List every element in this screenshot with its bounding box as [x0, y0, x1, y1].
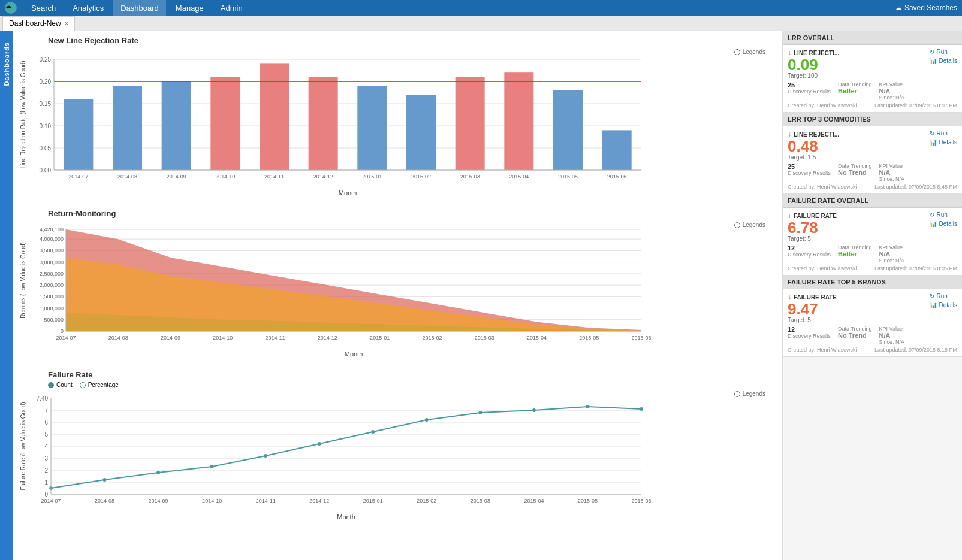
failure-overall-footer: Created by: Henri Wlasowski Last updated… — [788, 265, 957, 271]
failure-overall-label: FAILURE RATE — [794, 213, 837, 219]
failure-top5-kpi-header: ↓ FAILURE RATE 9.47 Target: 5 ↻ Run 📊 De… — [788, 293, 957, 323]
charts-area: New Line Rejection Rate Legends Return-M… — [13, 31, 782, 560]
lrr-top3-card: ↓ LINE REJECTI... 0.48 Target: 1.5 ↻ Run… — [783, 126, 962, 194]
nav-admin[interactable]: Admin — [213, 0, 250, 16]
lrr-overall-kpi-header: ↓ LINE REJECTI... 0.09 Target: 100 ↻ Run… — [788, 49, 957, 79]
lrr-overall-actions: ↻ Run 📊 Details — [930, 49, 957, 64]
failure-top5-label: FAILURE RATE — [794, 294, 837, 301]
failure-legend-percentage: Percentage — [80, 382, 119, 388]
failure-chart-title: Failure Rate — [18, 370, 777, 379]
lrr-overall-value: 0.09 — [788, 57, 839, 72]
lrr-top3-value: 0.48 — [788, 138, 839, 154]
nav-manage[interactable]: Manage — [168, 0, 211, 16]
cloud-icon: ☁ — [895, 4, 902, 12]
failure-legend-count: Count — [48, 382, 73, 388]
lrr-canvas — [18, 47, 653, 197]
chart-icon-4: 📊 — [930, 302, 937, 308]
lrr-top3-kpi: KPI Value N/A Since: N/A — [879, 163, 905, 182]
failure-top5-actions: ↻ Run 📊 Details — [930, 293, 957, 308]
failure-top5-header: FAILURE RATE TOP 5 BRANDS — [783, 276, 962, 289]
lrr-overall-card: ↓ LINE REJECTI... 0.09 Target: 100 ↻ Run… — [783, 45, 962, 113]
failure-overall-details-btn[interactable]: 📊 Details — [930, 220, 957, 227]
failure-overall-kpi-header: ↓ FAILURE RATE 6.78 Target: 5 ↻ Run 📊 De… — [788, 211, 957, 242]
refresh-icon: ↻ — [930, 49, 934, 55]
failure-chart-container: Failure Rate Count Percentage Legends — [18, 370, 777, 521]
lrr-overall-trending: Data Trending Better — [838, 81, 872, 101]
return-legend-dot — [734, 222, 740, 228]
lrr-top3-left: ↓ LINE REJECTI... 0.48 Target: 1.5 — [788, 130, 839, 161]
failure-overall-trending: Data Trending Better — [838, 244, 872, 264]
lrr-legend-dot — [734, 49, 740, 55]
lrr-top3-discovery: 25 Discovery Results — [788, 163, 831, 182]
return-chart-wrap: Legends — [18, 220, 777, 358]
count-dot — [48, 382, 54, 388]
sidebar-label[interactable]: Dashboards — [1, 37, 13, 91]
dashboard-tab[interactable]: Dashboard-New × — [2, 16, 75, 31]
tab-bar: Dashboard-New × — [0, 16, 962, 31]
lrr-chart-title: New Line Rejection Rate — [18, 36, 777, 45]
return-legend[interactable]: Legends — [734, 222, 765, 228]
lrr-top3-header: LRR TOP 3 COMMODITIES — [783, 113, 962, 126]
chart-icon-2: 📊 — [930, 139, 937, 146]
right-panel: LRR OVERALL ↓ LINE REJECTI... 0.09 Targe… — [782, 31, 962, 560]
lrr-top3-target: Target: 1.5 — [788, 154, 839, 161]
lrr-legend[interactable]: Legends — [734, 49, 765, 55]
return-chart-title: Return-Monitoring — [18, 209, 777, 218]
lrr-overall-footer: Created by: Henri Wlasowski Last updated… — [788, 102, 957, 108]
failure-top5-card: ↓ FAILURE RATE 9.47 Target: 5 ↻ Run 📊 De… — [783, 289, 962, 357]
failure-overall-meta: 12 Discovery Results Data Trending Bette… — [788, 244, 957, 264]
failure-overall-value: 6.78 — [788, 220, 837, 235]
lrr-overall-left: ↓ LINE REJECTI... 0.09 Target: 100 — [788, 49, 839, 79]
lrr-overall-label: LINE REJECTI... — [794, 50, 839, 56]
failure-top5-footer: Created by: Henri Wlasowski Last updated… — [788, 347, 957, 353]
refresh-icon-2: ↻ — [930, 130, 934, 137]
tab-close-button[interactable]: × — [65, 20, 68, 27]
lrr-top3-kpi-header: ↓ LINE REJECTI... 0.48 Target: 1.5 ↻ Run… — [788, 130, 957, 161]
nav-search[interactable]: Search — [24, 0, 63, 16]
lrr-top3-run-btn[interactable]: ↻ Run — [930, 130, 957, 137]
lrr-top3-trending: Data Trending No Trend — [838, 163, 872, 182]
failure-top5-value: 9.47 — [788, 301, 837, 317]
failure-legend[interactable]: Legends — [734, 391, 765, 397]
failure-overall-card: ↓ FAILURE RATE 6.78 Target: 5 ↻ Run 📊 De… — [783, 208, 962, 276]
lrr-overall-discovery: 25 Discovery Results — [788, 81, 831, 101]
app-logo: ☁ — [5, 2, 17, 14]
failure-legend-dot — [734, 391, 740, 397]
chart-icon-3: 📊 — [930, 220, 937, 227]
nav-analytics[interactable]: Analytics — [65, 0, 111, 16]
return-canvas — [18, 220, 653, 358]
nav-dashboard[interactable]: Dashboard — [113, 0, 166, 16]
failure-top5-run-btn[interactable]: ↻ Run — [930, 293, 957, 299]
failure-overall-discovery: 12 Discovery Results — [788, 244, 831, 264]
lrr-top3-footer: Created by: Henri Wlasowski Last updated… — [788, 184, 957, 190]
failure-top5-kpi: KPI Value N/A Since: N/A — [879, 326, 905, 345]
lrr-overall-target: Target: 100 — [788, 72, 839, 79]
refresh-icon-3: ↻ — [930, 211, 934, 218]
failure-top5-trending: Data Trending No Trend — [838, 326, 872, 345]
lrr-top3-details-btn[interactable]: 📊 Details — [930, 139, 957, 146]
lrr-overall-details-btn[interactable]: 📊 Details — [930, 57, 957, 64]
lrr-chart-wrap: Legends — [18, 47, 777, 197]
return-chart-container: Return-Monitoring Legends — [18, 209, 777, 358]
sidebar: Dashboards — [0, 31, 13, 560]
lrr-overall-kpi: KPI Value N/A Since: N/A — [879, 81, 905, 101]
failure-top5-details-btn[interactable]: 📊 Details — [930, 302, 957, 308]
lrr-overall-header: LRR OVERALL — [783, 31, 962, 45]
refresh-icon-4: ↻ — [930, 293, 934, 299]
failure-legend-bar: Count Percentage — [18, 382, 777, 388]
failure-top5-meta: 12 Discovery Results Data Trending No Tr… — [788, 326, 957, 345]
failure-overall-actions: ↻ Run 📊 Details — [930, 211, 957, 227]
lrr-top3-label: LINE REJECTI... — [794, 131, 839, 138]
lrr-top3-meta: 25 Discovery Results Data Trending No Tr… — [788, 163, 957, 182]
failure-top5-left: ↓ FAILURE RATE 9.47 Target: 5 — [788, 293, 837, 323]
lrr-top3-actions: ↻ Run 📊 Details — [930, 130, 957, 146]
failure-overall-kpi: KPI Value N/A Since: N/A — [879, 244, 905, 264]
saved-searches[interactable]: ☁ Saved Searches — [895, 4, 957, 12]
lrr-overall-meta: 25 Discovery Results Data Trending Bette… — [788, 81, 957, 101]
chart-icon: 📊 — [930, 57, 937, 64]
failure-chart-wrap: Legends — [18, 389, 777, 521]
main-layout: Dashboards New Line Rejection Rate Legen… — [0, 31, 962, 560]
percentage-dot — [80, 382, 86, 388]
failure-overall-run-btn[interactable]: ↻ Run — [930, 211, 957, 218]
lrr-overall-run-btn[interactable]: ↻ Run — [930, 49, 957, 55]
